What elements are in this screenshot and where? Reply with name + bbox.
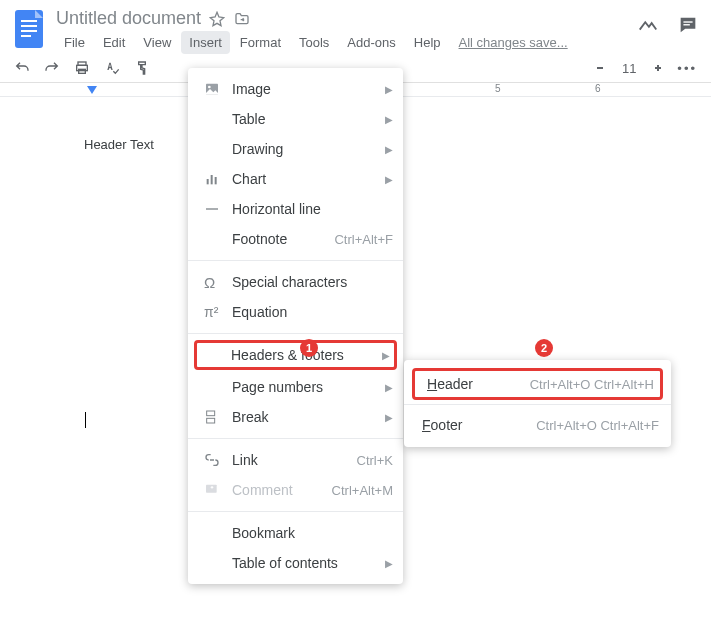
submenu-arrow-icon: ▶ [385,382,393,393]
menu-format[interactable]: Format [232,31,289,54]
app-header: Untitled document File Edit View Insert … [0,0,711,54]
submenu-arrow-icon: ▶ [385,114,393,125]
menu-item-equation[interactable]: π² Equation [188,297,403,327]
menu-item-image[interactable]: Image ▶ [188,74,403,104]
shortcut: Ctrl+Alt+O Ctrl+Alt+H [530,377,654,392]
insert-menu-dropdown: Image ▶ Table ▶ Drawing ▶ Chart ▶ Horizo… [188,68,403,584]
menu-view[interactable]: View [135,31,179,54]
submenu-arrow-icon: ▶ [385,174,393,185]
ruler-tick: 6 [595,83,601,94]
submenu-item-header[interactable]: Header Ctrl+Alt+O Ctrl+Alt+H [412,368,663,400]
undo-icon[interactable] [14,60,30,76]
separator [188,260,403,261]
font-size-increase-icon[interactable] [653,63,663,73]
menu-item-horizontal-line[interactable]: Horizontal line [188,194,403,224]
header-actions [637,8,699,36]
omega-icon: Ω [204,274,232,291]
separator [188,511,403,512]
menu-file[interactable]: File [56,31,93,54]
menu-tools[interactable]: Tools [291,31,337,54]
text-cursor [85,412,86,428]
svg-rect-2 [21,25,37,27]
indent-marker-icon[interactable] [86,85,98,97]
menu-addons[interactable]: Add-ons [339,31,403,54]
comment-history-icon[interactable] [677,14,699,36]
menu-item-footnote[interactable]: Footnote Ctrl+Alt+F [188,224,403,254]
headers-footers-submenu: Header Ctrl+Alt+O Ctrl+Alt+H Footer Ctrl… [404,360,671,447]
document-title[interactable]: Untitled document [56,8,201,29]
break-icon [204,409,232,425]
menu-item-table[interactable]: Table ▶ [188,104,403,134]
redo-icon[interactable] [44,60,60,76]
svg-rect-15 [206,208,218,209]
svg-rect-6 [683,24,689,25]
menu-item-headers-footers[interactable]: Headers & footers ▶ [194,340,397,370]
menu-insert[interactable]: Insert [181,31,230,54]
toolbar-more-icon[interactable]: ••• [677,61,697,76]
svg-rect-16 [207,411,215,416]
shortcut: Ctrl+Alt+M [332,483,393,498]
title-row: Untitled document [56,8,637,29]
font-size-value[interactable]: 11 [619,61,639,76]
print-icon[interactable] [74,60,90,76]
label: Page numbers [232,379,385,395]
svg-rect-9 [79,69,86,73]
label: Image [232,81,385,97]
label: Table of contents [232,555,385,571]
star-icon[interactable] [209,11,225,27]
menu-edit[interactable]: Edit [95,31,133,54]
menu-item-page-numbers[interactable]: Page numbers ▶ [188,372,403,402]
label: Footnote [232,231,334,247]
annotation-badge-1: 1 [300,339,318,357]
label: Special characters [232,274,393,290]
svg-rect-18 [206,485,217,493]
submenu-item-footer[interactable]: Footer Ctrl+Alt+O Ctrl+Alt+F [404,409,671,441]
menu-item-drawing[interactable]: Drawing ▶ [188,134,403,164]
horizontal-line-icon [204,201,232,217]
shortcut: Ctrl+Alt+O Ctrl+Alt+F [536,418,659,433]
paint-format-icon[interactable] [134,60,150,76]
svg-rect-3 [21,30,37,32]
pi-icon: π² [204,304,232,320]
label: Horizontal line [232,201,393,217]
title-block: Untitled document File Edit View Insert … [56,8,637,54]
separator [188,333,403,334]
annotation-badge-2: 2 [535,339,553,357]
svg-rect-17 [207,418,215,423]
shortcut: Ctrl+Alt+F [334,232,393,247]
label: Header [427,376,530,392]
font-size-decrease-icon[interactable] [595,63,605,73]
activity-icon[interactable] [637,14,659,36]
spellcheck-icon[interactable] [104,60,120,76]
link-icon [204,452,232,468]
move-folder-icon[interactable] [233,11,251,27]
label: Drawing [232,141,385,157]
docs-logo-icon[interactable] [12,8,48,50]
label: Footer [422,417,536,433]
separator [188,438,403,439]
image-icon [204,81,232,97]
menubar: File Edit View Insert Format Tools Add-o… [56,31,637,54]
shortcut: Ctrl+K [357,453,393,468]
svg-point-11 [208,86,211,89]
label: Link [232,452,357,468]
label: Table [232,111,385,127]
svg-rect-12 [207,179,209,184]
menu-item-link[interactable]: Link Ctrl+K [188,445,403,475]
submenu-arrow-icon: ▶ [382,350,390,361]
save-status[interactable]: All changes save... [451,31,576,54]
menu-help[interactable]: Help [406,31,449,54]
menu-item-break[interactable]: Break ▶ [188,402,403,432]
chart-icon [204,171,232,187]
svg-rect-1 [21,20,37,22]
menu-item-special-characters[interactable]: Ω Special characters [188,267,403,297]
submenu-arrow-icon: ▶ [385,412,393,423]
submenu-arrow-icon: ▶ [385,144,393,155]
document-header-text[interactable]: Header Text [84,137,154,152]
menu-item-bookmark[interactable]: Bookmark [188,518,403,548]
menu-item-chart[interactable]: Chart ▶ [188,164,403,194]
label: Equation [232,304,393,320]
submenu-arrow-icon: ▶ [385,84,393,95]
menu-item-table-of-contents[interactable]: Table of contents ▶ [188,548,403,578]
svg-rect-13 [211,175,213,184]
